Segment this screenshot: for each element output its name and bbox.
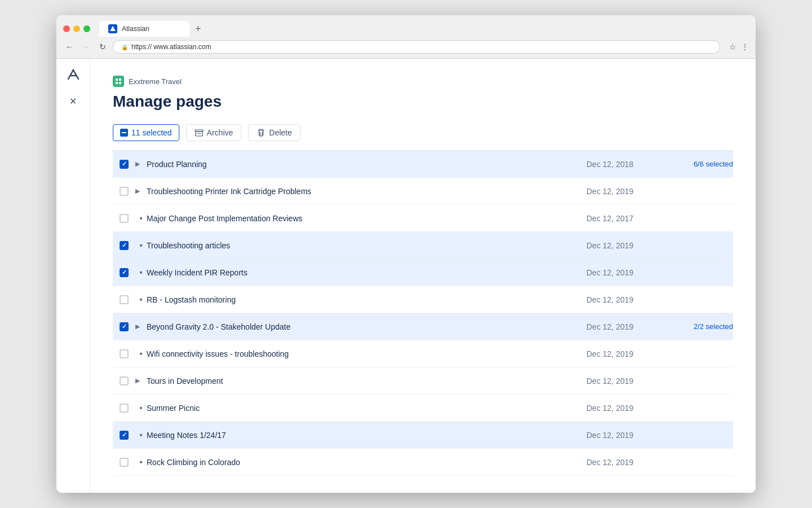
maximize-traffic-light[interactable]: [83, 25, 90, 32]
bullet-icon: •: [135, 430, 147, 440]
breadcrumb-icon: [113, 76, 124, 87]
row-checkbox: [113, 404, 135, 413]
checkbox[interactable]: [120, 268, 129, 277]
breadcrumb-text: Exxtreme Travel: [129, 77, 182, 86]
archive-button[interactable]: Archive: [186, 124, 242, 141]
checkbox[interactable]: [120, 241, 129, 250]
forward-button[interactable]: →: [80, 41, 92, 52]
row-title: Beyond Gravity 2.0 - Stakeholder Update: [147, 322, 586, 331]
row-checkbox: [113, 322, 135, 331]
browser-chrome: Atlassian + ← → ↻ 🔒 https:// www.atlassi…: [56, 15, 756, 59]
row-title: Product Planning: [147, 160, 586, 169]
row-date: Dec 12, 2019: [586, 322, 677, 331]
app-content: ✕ Exxtreme Travel Manage pages: [56, 59, 756, 493]
row-checkbox: [113, 241, 135, 250]
row-date: Dec 12, 2018: [586, 160, 677, 169]
row-checkbox: [113, 160, 135, 169]
row-title: Troubleshooting articles: [147, 241, 586, 250]
table-row: •Meeting Notes 1/24/17Dec 12, 2019: [113, 422, 733, 449]
tab-bar: Atlassian +: [99, 21, 749, 37]
sidebar: ✕: [56, 59, 90, 493]
row-title: Rock Climbing in Colorado: [147, 458, 586, 467]
checkbox[interactable]: [120, 322, 129, 331]
expand-icon[interactable]: ▶: [135, 160, 147, 168]
more-button[interactable]: ⋮: [741, 42, 749, 51]
row-title: Weekly Incident PIR Reports: [147, 268, 586, 277]
row-checkbox: [113, 214, 135, 223]
row-selection-badge: 6/6 selected: [677, 160, 733, 168]
close-button[interactable]: ✕: [69, 96, 77, 107]
active-tab[interactable]: Atlassian: [99, 21, 189, 37]
main-content: Exxtreme Travel Manage pages 11 selected…: [90, 59, 756, 493]
svg-rect-3: [116, 82, 118, 84]
title-bar: Atlassian +: [56, 15, 756, 37]
selected-count-badge[interactable]: 11 selected: [113, 124, 179, 141]
pages-list: ▶Product PlanningDec 12, 20186/6 selecte…: [113, 151, 733, 476]
row-title: Troubleshooting Printer Ink Cartridge Pr…: [147, 187, 586, 196]
expand-icon[interactable]: ▶: [135, 323, 147, 330]
toolbar: 11 selected Archive Delete: [113, 124, 733, 141]
tab-favicon: [108, 24, 117, 33]
checkbox[interactable]: [120, 187, 129, 196]
close-traffic-light[interactable]: [63, 25, 70, 32]
browser-actions: ☆ ⋮: [729, 42, 749, 51]
svg-rect-2: [119, 78, 121, 81]
bookmark-button[interactable]: ☆: [729, 42, 736, 51]
bullet-icon: •: [135, 457, 147, 467]
checkbox[interactable]: [120, 376, 129, 386]
refresh-button[interactable]: ↻: [97, 41, 108, 52]
bullet-icon: •: [135, 295, 147, 305]
traffic-lights: [63, 25, 90, 32]
checkbox[interactable]: [120, 349, 129, 358]
row-title: Wifi connectivity issues - troubleshooti…: [147, 349, 586, 358]
bullet-icon: •: [135, 213, 147, 224]
table-row: •Major Change Post Implementation Review…: [113, 205, 733, 232]
table-row: ▶Beyond Gravity 2.0 - Stakeholder Update…: [113, 313, 733, 340]
row-title: RB - Logstash monitoring: [147, 295, 586, 304]
archive-label: Archive: [207, 128, 233, 137]
delete-button[interactable]: Delete: [248, 124, 300, 141]
address-bar: ← → ↻ 🔒 https:// www.atlassian.com ☆ ⋮: [56, 37, 756, 58]
expand-icon[interactable]: ▶: [135, 377, 147, 384]
expand-icon[interactable]: ▶: [135, 187, 147, 195]
minimize-traffic-light[interactable]: [73, 25, 80, 32]
checkbox[interactable]: [120, 458, 129, 467]
archive-icon: [195, 128, 204, 137]
row-date: Dec 12, 2019: [586, 268, 677, 277]
bullet-icon: •: [135, 268, 147, 278]
bullet-icon: •: [135, 403, 147, 413]
svg-marker-0: [110, 26, 116, 31]
row-checkbox: [113, 349, 135, 358]
row-title: Tours in Development: [147, 376, 586, 386]
table-row: •RB - Logstash monitoringDec 12, 2019: [113, 286, 733, 313]
url-bar[interactable]: 🔒 https:// www.atlassian.com: [113, 40, 720, 54]
table-row: •Summer PicnicDec 12, 2019: [113, 395, 733, 422]
checkbox[interactable]: [120, 431, 129, 440]
row-date: Dec 12, 2019: [586, 241, 677, 250]
trash-icon: [257, 128, 266, 137]
browser-window: Atlassian + ← → ↻ 🔒 https:// www.atlassi…: [56, 15, 756, 493]
atlassian-logo: [67, 68, 80, 85]
selected-count-label: 11 selected: [131, 128, 172, 137]
back-button[interactable]: ←: [63, 41, 76, 52]
checkbox[interactable]: [120, 214, 129, 223]
checkbox[interactable]: [120, 404, 129, 413]
row-date: Dec 12, 2019: [586, 404, 677, 413]
row-date: Dec 12, 2019: [586, 187, 677, 196]
row-title: Major Change Post Implementation Reviews: [147, 214, 586, 223]
table-row: ▶Troubleshooting Printer Ink Cartridge P…: [113, 178, 733, 205]
row-checkbox: [113, 187, 135, 196]
bullet-icon: •: [135, 240, 147, 251]
new-tab-button[interactable]: +: [192, 22, 205, 36]
row-selection-badge: 2/2 selected: [677, 322, 733, 331]
page-title: Manage pages: [113, 93, 733, 111]
table-row: •Rock Climbing in ColoradoDec 12, 2019: [113, 449, 733, 476]
row-checkbox: [113, 458, 135, 467]
row-date: Dec 12, 2019: [586, 458, 677, 467]
table-row: ▶Product PlanningDec 12, 20186/6 selecte…: [113, 151, 733, 178]
breadcrumb: Exxtreme Travel: [113, 76, 733, 87]
checkbox[interactable]: [120, 295, 129, 304]
tab-title: Atlassian: [122, 25, 149, 33]
row-date: Dec 12, 2019: [586, 431, 677, 440]
checkbox[interactable]: [120, 160, 129, 169]
